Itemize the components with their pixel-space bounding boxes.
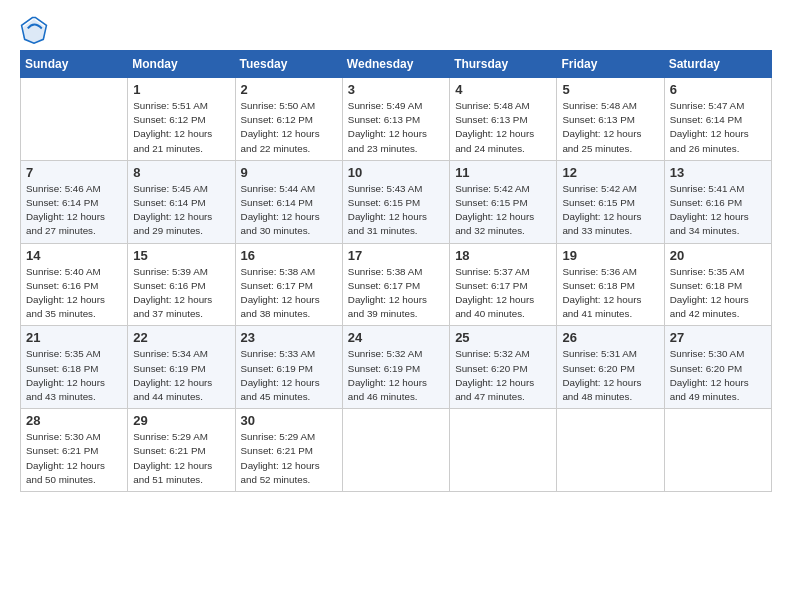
day-info: Sunrise: 5:33 AMSunset: 6:19 PMDaylight:… [241,347,337,404]
day-number: 29 [133,413,229,428]
day-cell: 28Sunrise: 5:30 AMSunset: 6:21 PMDayligh… [21,409,128,492]
day-number: 16 [241,248,337,263]
calendar-body: 1Sunrise: 5:51 AMSunset: 6:12 PMDaylight… [21,78,772,492]
day-cell [450,409,557,492]
day-info: Sunrise: 5:39 AMSunset: 6:16 PMDaylight:… [133,265,229,322]
day-info: Sunrise: 5:31 AMSunset: 6:20 PMDaylight:… [562,347,658,404]
day-cell: 16Sunrise: 5:38 AMSunset: 6:17 PMDayligh… [235,243,342,326]
header-cell-friday: Friday [557,51,664,78]
day-info: Sunrise: 5:29 AMSunset: 6:21 PMDaylight:… [241,430,337,487]
week-row-4: 21Sunrise: 5:35 AMSunset: 6:18 PMDayligh… [21,326,772,409]
day-info: Sunrise: 5:38 AMSunset: 6:17 PMDaylight:… [241,265,337,322]
header-cell-tuesday: Tuesday [235,51,342,78]
day-number: 10 [348,165,444,180]
page-header [20,16,772,44]
day-cell: 6Sunrise: 5:47 AMSunset: 6:14 PMDaylight… [664,78,771,161]
day-number: 20 [670,248,766,263]
day-cell: 8Sunrise: 5:45 AMSunset: 6:14 PMDaylight… [128,160,235,243]
day-info: Sunrise: 5:37 AMSunset: 6:17 PMDaylight:… [455,265,551,322]
calendar-header: SundayMondayTuesdayWednesdayThursdayFrid… [21,51,772,78]
day-info: Sunrise: 5:30 AMSunset: 6:20 PMDaylight:… [670,347,766,404]
day-cell: 17Sunrise: 5:38 AMSunset: 6:17 PMDayligh… [342,243,449,326]
header-cell-monday: Monday [128,51,235,78]
day-info: Sunrise: 5:43 AMSunset: 6:15 PMDaylight:… [348,182,444,239]
day-number: 19 [562,248,658,263]
day-info: Sunrise: 5:41 AMSunset: 6:16 PMDaylight:… [670,182,766,239]
day-number: 5 [562,82,658,97]
day-cell [342,409,449,492]
day-number: 26 [562,330,658,345]
day-cell: 19Sunrise: 5:36 AMSunset: 6:18 PMDayligh… [557,243,664,326]
day-cell: 15Sunrise: 5:39 AMSunset: 6:16 PMDayligh… [128,243,235,326]
calendar-table: SundayMondayTuesdayWednesdayThursdayFrid… [20,50,772,492]
day-number: 6 [670,82,766,97]
day-number: 3 [348,82,444,97]
header-row: SundayMondayTuesdayWednesdayThursdayFrid… [21,51,772,78]
day-cell: 25Sunrise: 5:32 AMSunset: 6:20 PMDayligh… [450,326,557,409]
day-cell: 26Sunrise: 5:31 AMSunset: 6:20 PMDayligh… [557,326,664,409]
day-number: 17 [348,248,444,263]
logo-icon [20,16,48,44]
day-number: 18 [455,248,551,263]
day-cell: 3Sunrise: 5:49 AMSunset: 6:13 PMDaylight… [342,78,449,161]
day-number: 15 [133,248,229,263]
day-number: 24 [348,330,444,345]
day-info: Sunrise: 5:35 AMSunset: 6:18 PMDaylight:… [26,347,122,404]
day-number: 27 [670,330,766,345]
day-cell: 1Sunrise: 5:51 AMSunset: 6:12 PMDaylight… [128,78,235,161]
day-number: 23 [241,330,337,345]
day-info: Sunrise: 5:40 AMSunset: 6:16 PMDaylight:… [26,265,122,322]
day-number: 12 [562,165,658,180]
day-number: 1 [133,82,229,97]
day-cell: 24Sunrise: 5:32 AMSunset: 6:19 PMDayligh… [342,326,449,409]
week-row-2: 7Sunrise: 5:46 AMSunset: 6:14 PMDaylight… [21,160,772,243]
day-number: 7 [26,165,122,180]
day-cell: 9Sunrise: 5:44 AMSunset: 6:14 PMDaylight… [235,160,342,243]
day-number: 25 [455,330,551,345]
day-cell: 7Sunrise: 5:46 AMSunset: 6:14 PMDaylight… [21,160,128,243]
day-cell: 13Sunrise: 5:41 AMSunset: 6:16 PMDayligh… [664,160,771,243]
day-info: Sunrise: 5:45 AMSunset: 6:14 PMDaylight:… [133,182,229,239]
day-cell: 22Sunrise: 5:34 AMSunset: 6:19 PMDayligh… [128,326,235,409]
week-row-5: 28Sunrise: 5:30 AMSunset: 6:21 PMDayligh… [21,409,772,492]
day-info: Sunrise: 5:35 AMSunset: 6:18 PMDaylight:… [670,265,766,322]
day-number: 11 [455,165,551,180]
day-cell: 30Sunrise: 5:29 AMSunset: 6:21 PMDayligh… [235,409,342,492]
day-cell: 2Sunrise: 5:50 AMSunset: 6:12 PMDaylight… [235,78,342,161]
header-cell-thursday: Thursday [450,51,557,78]
header-cell-sunday: Sunday [21,51,128,78]
day-cell: 20Sunrise: 5:35 AMSunset: 6:18 PMDayligh… [664,243,771,326]
day-info: Sunrise: 5:42 AMSunset: 6:15 PMDaylight:… [455,182,551,239]
day-info: Sunrise: 5:32 AMSunset: 6:19 PMDaylight:… [348,347,444,404]
day-cell: 12Sunrise: 5:42 AMSunset: 6:15 PMDayligh… [557,160,664,243]
day-info: Sunrise: 5:32 AMSunset: 6:20 PMDaylight:… [455,347,551,404]
day-cell [557,409,664,492]
day-cell: 14Sunrise: 5:40 AMSunset: 6:16 PMDayligh… [21,243,128,326]
day-number: 22 [133,330,229,345]
day-number: 28 [26,413,122,428]
day-info: Sunrise: 5:34 AMSunset: 6:19 PMDaylight:… [133,347,229,404]
day-number: 14 [26,248,122,263]
day-info: Sunrise: 5:30 AMSunset: 6:21 PMDaylight:… [26,430,122,487]
day-cell: 11Sunrise: 5:42 AMSunset: 6:15 PMDayligh… [450,160,557,243]
day-info: Sunrise: 5:42 AMSunset: 6:15 PMDaylight:… [562,182,658,239]
day-info: Sunrise: 5:48 AMSunset: 6:13 PMDaylight:… [562,99,658,156]
day-cell [664,409,771,492]
day-number: 2 [241,82,337,97]
day-cell: 23Sunrise: 5:33 AMSunset: 6:19 PMDayligh… [235,326,342,409]
day-number: 21 [26,330,122,345]
day-info: Sunrise: 5:44 AMSunset: 6:14 PMDaylight:… [241,182,337,239]
day-number: 8 [133,165,229,180]
day-cell: 5Sunrise: 5:48 AMSunset: 6:13 PMDaylight… [557,78,664,161]
day-cell [21,78,128,161]
day-cell: 10Sunrise: 5:43 AMSunset: 6:15 PMDayligh… [342,160,449,243]
week-row-1: 1Sunrise: 5:51 AMSunset: 6:12 PMDaylight… [21,78,772,161]
logo [20,16,52,44]
day-info: Sunrise: 5:29 AMSunset: 6:21 PMDaylight:… [133,430,229,487]
day-cell: 29Sunrise: 5:29 AMSunset: 6:21 PMDayligh… [128,409,235,492]
header-cell-saturday: Saturday [664,51,771,78]
day-info: Sunrise: 5:51 AMSunset: 6:12 PMDaylight:… [133,99,229,156]
day-cell: 21Sunrise: 5:35 AMSunset: 6:18 PMDayligh… [21,326,128,409]
day-cell: 4Sunrise: 5:48 AMSunset: 6:13 PMDaylight… [450,78,557,161]
day-info: Sunrise: 5:46 AMSunset: 6:14 PMDaylight:… [26,182,122,239]
